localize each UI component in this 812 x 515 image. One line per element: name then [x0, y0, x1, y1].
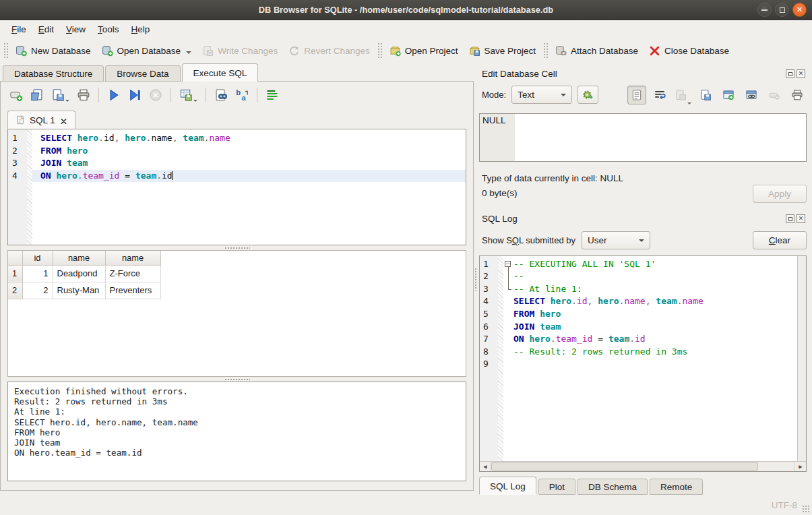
stop-button[interactable]	[148, 88, 163, 102]
toolbar-handle[interactable]	[377, 42, 382, 59]
row-header[interactable]: 2	[8, 282, 22, 299]
dock-tab-plot[interactable]: Plot	[538, 479, 575, 495]
toolbar-handle[interactable]	[3, 42, 8, 59]
float-dock-icon[interactable]	[786, 69, 794, 78]
export-results-button[interactable]	[179, 88, 198, 102]
fold-marker	[503, 358, 513, 371]
print-sql-button[interactable]	[76, 88, 91, 102]
clear-button[interactable]: Clear	[753, 231, 807, 249]
close-dock-icon[interactable]: ✕	[797, 69, 805, 78]
revert-changes-button[interactable]: Revert Changes	[283, 42, 375, 60]
set-null-button[interactable]	[765, 86, 784, 104]
log-vertical-scrollbar[interactable]	[797, 256, 806, 461]
submitted-by-select[interactable]: User	[582, 231, 650, 249]
float-dock-icon[interactable]	[786, 214, 794, 223]
chevron-down-icon[interactable]	[193, 100, 197, 102]
scroll-left-icon[interactable]: ◀	[480, 462, 491, 471]
open-sql-file-button[interactable]	[30, 88, 44, 102]
close-dock-icon[interactable]: ✕	[797, 214, 805, 223]
replace-button[interactable]: ba	[235, 88, 249, 102]
toolbar-button-label: Attach Database	[571, 46, 638, 56]
print-cell-button[interactable]	[788, 86, 807, 104]
status-bar: UTF-8	[0, 495, 812, 515]
fold-marker[interactable]: –	[503, 258, 513, 271]
open-sql-tab-button[interactable]	[9, 88, 24, 102]
word-wrap-button[interactable]	[650, 86, 669, 104]
titlebar[interactable]: DB Browser for SQLite - /home/user/code/…	[0, 0, 812, 20]
fold-marker	[503, 321, 513, 334]
log-horizontal-scrollbar[interactable]: ◀ ▶	[480, 461, 806, 471]
save-project-button[interactable]: Save Project	[464, 42, 542, 60]
menu-edit[interactable]: Edit	[32, 22, 60, 37]
results-grid[interactable]: idnamename11DeadpondZ-Force22Rusty-ManPr…	[7, 250, 466, 377]
column-header-name[interactable]: name	[53, 251, 105, 265]
row-header[interactable]: 1	[8, 265, 22, 282]
scroll-right-icon[interactable]: ▶	[795, 462, 806, 471]
find-button[interactable]	[214, 88, 228, 102]
sql-editor[interactable]: 1SELECT hero.id, hero.name, team.name2FR…	[7, 129, 466, 245]
execution-message-panel[interactable]: Execution finished without errors. Resul…	[7, 382, 466, 481]
editor-line[interactable]: 4ON hero.team_id = team.id	[8, 170, 466, 183]
execute-all-button[interactable]	[106, 88, 121, 102]
results-splitter[interactable]	[1, 245, 473, 250]
editor-line[interactable]: 3JOIN team	[8, 157, 466, 170]
new-database-button[interactable]: New Database	[10, 42, 96, 60]
table-cell[interactable]: Z-Force	[105, 265, 160, 282]
chevron-down-icon[interactable]	[65, 100, 69, 102]
menu-help[interactable]: Help	[125, 22, 156, 37]
edit-cell-dock-header: Edit Database Cell ✕	[479, 66, 807, 82]
execute-line-button[interactable]	[127, 88, 142, 102]
write-changes-button[interactable]: Write Changes	[197, 42, 283, 60]
apply-button[interactable]: Apply	[753, 185, 807, 203]
tab-database-structure[interactable]: Database Structure	[3, 65, 104, 82]
close-tab-icon[interactable]	[60, 117, 67, 124]
message-splitter[interactable]	[1, 377, 473, 382]
open-external-button[interactable]	[719, 86, 738, 104]
open-database-button[interactable]: Open Database	[96, 42, 197, 60]
table-cell[interactable]: Rusty-Man	[53, 282, 105, 299]
chevron-down-icon[interactable]	[186, 51, 191, 54]
text-mode-button[interactable]	[627, 86, 646, 104]
save-sql-file-button[interactable]	[51, 88, 70, 102]
menu-view[interactable]: View	[60, 22, 92, 37]
column-header-name[interactable]: name	[105, 251, 160, 265]
dock-tab-sql-log[interactable]: SQL Log	[479, 477, 536, 495]
table-cell[interactable]: 2	[22, 282, 53, 299]
column-header-id[interactable]: id	[22, 251, 53, 265]
copy-link-button[interactable]	[742, 86, 761, 104]
menu-file[interactable]: File	[5, 22, 32, 37]
editor-line[interactable]: 1SELECT hero.id, hero.name, team.name	[8, 132, 466, 145]
sql-log-view[interactable]: 1–-- EXECUTING ALL IN 'SQL 1'2--3-- At l…	[479, 255, 807, 472]
fold-marker	[503, 333, 513, 346]
dock-tab-remote[interactable]: Remote	[650, 479, 703, 495]
resize-grip[interactable]	[802, 505, 810, 513]
line-number: 7	[480, 333, 498, 346]
editor-line[interactable]: 2FROM hero	[8, 145, 466, 158]
tab-execute-sql[interactable]: Execute SQL	[182, 63, 259, 82]
tab-browse-data[interactable]: Browse Data	[105, 65, 180, 82]
menu-tools[interactable]: Tools	[92, 22, 125, 37]
close-database-button[interactable]: Close Database	[644, 42, 735, 60]
table-cell[interactable]: Deadpond	[53, 265, 105, 282]
attach-database-button[interactable]: Attach Database	[550, 42, 644, 60]
table-cell[interactable]: Preventers	[105, 282, 160, 299]
cell-editor[interactable]: NULL	[479, 113, 807, 162]
dock-tab-db-schema[interactable]: DB Schema	[577, 479, 648, 495]
toolbar-button-label: Close Database	[664, 46, 729, 56]
export-file-button[interactable]	[696, 86, 715, 104]
format-sql-button[interactable]	[265, 88, 280, 102]
mode-select[interactable]: Text	[511, 86, 572, 104]
auto-apply-button[interactable]	[577, 86, 598, 104]
open-project-button[interactable]: Open Project	[384, 42, 464, 60]
line-number: 3	[8, 157, 27, 170]
table-cell[interactable]: 1	[22, 265, 53, 282]
sql-tab[interactable]: SQL 1	[7, 111, 75, 129]
cell-value: NULL	[482, 115, 506, 125]
minimize-button[interactable]	[757, 3, 772, 17]
line-number: 1	[8, 132, 27, 145]
scroll-thumb[interactable]	[491, 462, 758, 471]
toolbar-handle[interactable]	[543, 42, 548, 59]
import-file-button[interactable]	[673, 86, 692, 104]
maximize-button[interactable]	[775, 3, 789, 17]
close-button[interactable]: ✕	[792, 3, 807, 17]
